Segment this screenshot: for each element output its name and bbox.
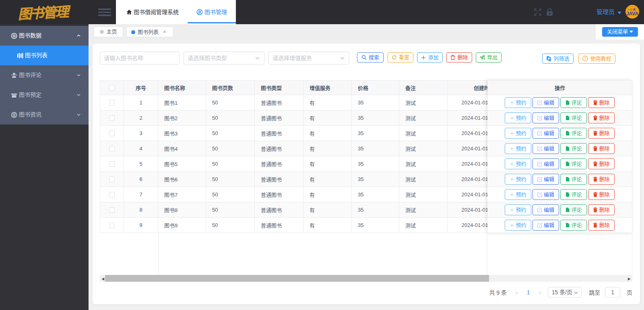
svg-text:?: ? [584, 56, 586, 60]
